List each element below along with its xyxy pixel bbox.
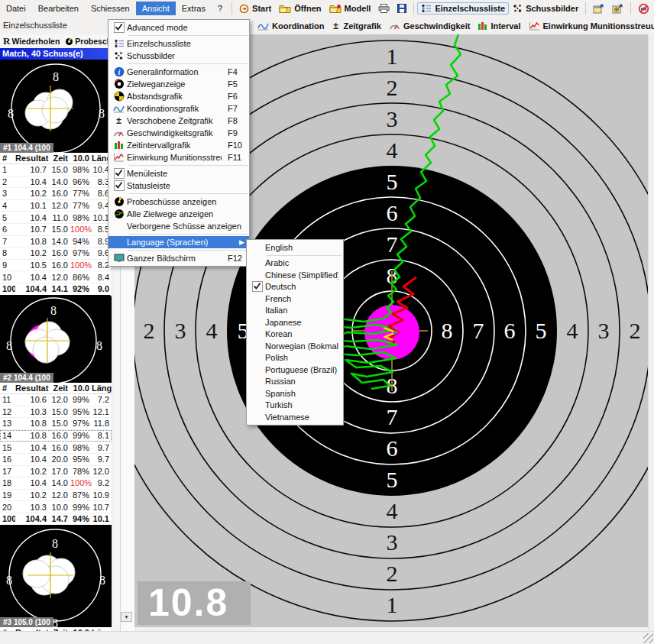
table-row[interactable]: 210.414.096%8.3 <box>0 176 112 189</box>
toolbar-button-disabled-sign[interactable] <box>634 2 653 16</box>
header-dropdown-button[interactable]: ▼ <box>121 612 132 622</box>
menubar-item-schiessen[interactable]: Schiessen <box>85 2 136 15</box>
language-menu-item-english[interactable]: English <box>247 241 343 254</box>
table-cell: 15.0 <box>49 165 70 174</box>
language-menu-item-russian[interactable]: Russian <box>247 376 343 388</box>
menu-item-shortcut: F11 <box>222 153 244 162</box>
toolbar-button-export-target[interactable] <box>608 2 627 15</box>
language-menu-item-chinesesimplified[interactable]: Chinese (Simplified) <box>247 269 343 281</box>
language-menu-item-norwegianbokmal[interactable]: Norwegian (Bokmal) <box>247 340 343 352</box>
table-row[interactable]: 110.715.098%10.4 <box>0 164 112 176</box>
menubar-item-[interactable]: ? <box>212 2 228 15</box>
toolbar-button-einzelschussliste[interactable]: Einzelschussliste <box>417 2 509 15</box>
chart-button-koordination[interactable]: Koordination <box>254 20 328 32</box>
table-row[interactable]: 1710.217.078%12.0 <box>0 466 112 478</box>
ansicht-menu-item-ganzerbildschirm[interactable]: Ganzer BildschirmF12 <box>108 252 249 264</box>
table-row[interactable]: 1510.416.098%9.7 <box>0 442 112 454</box>
ansicht-menu-item-verschobenezeitgrafik[interactable]: ±Verschobene ZeitgrafikF8 <box>108 115 249 127</box>
toolbar-button-start[interactable]: Start <box>235 2 275 15</box>
language-menu-item-deutsch[interactable]: Deutsch <box>247 281 343 293</box>
ansicht-menu-item-menleiste[interactable]: Menüleiste <box>108 167 249 180</box>
column-header: # <box>0 154 15 163</box>
toolbar-button-modell[interactable]: Modell <box>325 2 375 15</box>
ansicht-menu-item-statusleiste[interactable]: Statusleiste <box>108 180 249 192</box>
ansicht-menu-item-schussbilder[interactable]: Schussbilder <box>108 50 249 62</box>
table-header-row: #ResultatZeit10.0Länge <box>0 153 112 164</box>
language-menu-item-japanese[interactable]: Japanese <box>247 316 343 328</box>
ansicht-menu-item-zeitintervallgrafik[interactable]: ZeitintervallgrafikF10 <box>108 139 249 151</box>
menu-item-gutter <box>111 141 127 150</box>
shot-group-thumbnail[interactable]: 888#2 104.4 (100 <box>0 295 112 383</box>
shot-group-thumbnail[interactable]: 888#1 104.4 (100 <box>0 60 112 153</box>
table-row[interactable]: 410.112.077%9.4 <box>0 200 112 212</box>
table-row[interactable]: 1210.315.095%12.1 <box>0 406 112 419</box>
table-row[interactable]: 1310.815.097%11.8 <box>0 418 112 430</box>
language-menu-item-polish[interactable]: Polish <box>247 352 343 364</box>
language-menu-item-korean[interactable]: Korean <box>247 328 343 341</box>
shot-group-thumbnail[interactable]: 8888#3 105.0 (100 <box>0 525 112 627</box>
language-menu-item-italian[interactable]: Italian <box>247 305 343 317</box>
toolbar-button-printer[interactable] <box>374 2 393 15</box>
table-row[interactable]: 610.715.0100%8.5 <box>0 224 112 236</box>
column-header: Resultat <box>15 154 49 163</box>
table-cell: 6 <box>0 225 15 234</box>
table-cell: 14.0 <box>49 177 70 186</box>
ansicht-menu-item-verborgeneschsseanzeigen[interactable]: Verborgene Schüsse anzeigen <box>108 220 249 232</box>
table-row[interactable]: 1610.420.095%9.7 <box>0 454 112 466</box>
table-cell: 10.0 <box>49 503 70 512</box>
language-menu-item-turkish[interactable]: Turkish <box>247 400 343 412</box>
menubar-item-bearbeiten[interactable]: Bearbeiten <box>32 2 85 15</box>
chart-button-label: Koordination <box>272 21 324 31</box>
svg-text:4: 4 <box>387 138 398 163</box>
table-row[interactable]: 1010.412.086%8.4 <box>0 271 112 283</box>
ansicht-menu-item-einwirkungmunitionsstreuung[interactable]: Einwirkung MunitionsstreuungF11 <box>108 151 249 163</box>
toolbar-button-schussbilder[interactable]: Schussbilder <box>509 2 582 15</box>
table-row[interactable]: 1110.612.099%7.2 <box>0 394 112 406</box>
table-row[interactable]: 1410.816.099%8.1 <box>0 430 112 442</box>
table-row[interactable]: 810.216.097%9.6 <box>0 248 112 260</box>
ansicht-menu-item-generalinformation[interactable]: iGeneralinformationF4 <box>108 66 249 78</box>
repeat-button[interactable]: R Wiederholen <box>2 35 61 47</box>
language-menu-item-vietnamese[interactable]: Vietnamese <box>247 411 343 423</box>
ansicht-menu-item-probeschsseanzeigen[interactable]: Probeschüsse anzeigen <box>108 196 249 208</box>
sighters-button[interactable]: Probeschüsse <box>63 37 112 46</box>
table-row[interactable]: 1810.414.0100%9.2 <box>0 477 112 490</box>
ansicht-menu-item-koordinationsgrafik[interactable]: KoordinationsgrafikF7 <box>108 102 249 115</box>
toolbar-button-export-window[interactable] <box>589 2 608 15</box>
ansicht-menu-item-geschwindigkeitsgrafik[interactable]: GeschwindigkeitsgrafikF9 <box>108 127 249 139</box>
ansicht-menu-item-zielweganzeige[interactable]: ZielweganzeigeF5 <box>108 78 249 90</box>
menubar-item-extras[interactable]: Extras <box>176 2 212 15</box>
table-row[interactable]: 2010.310.099%10.7 <box>0 501 112 513</box>
language-menu-item-portuguesebrazil[interactable]: Portuguese (Brazil) <box>247 364 343 376</box>
table-row[interactable]: 510.411.098%10.1 <box>0 212 112 224</box>
chart-button-geschwindigkeit[interactable]: Geschwindigkeit <box>385 20 474 32</box>
resize-grip-icon[interactable] <box>643 633 653 643</box>
menubar-item-ansicht[interactable]: Ansicht <box>136 2 176 15</box>
chart-button-einwirkungmunitionsstreuung[interactable]: Einwirkung Munitionsstreuung <box>525 20 654 32</box>
toolbar-separator <box>630 2 631 15</box>
ansicht-menu-item-abstandsgrafik[interactable]: AbstandsgrafikF6 <box>108 90 249 102</box>
chart-button-zeitgrafik[interactable]: ±Zeitgrafik <box>328 20 385 32</box>
menu-item-label: Language (Sprachen) <box>127 238 239 247</box>
toolbar-button-ffnen[interactable]: Öffnen <box>275 2 325 15</box>
table-row[interactable]: 310.216.077%8.6 <box>0 188 112 200</box>
ansicht-menu-item-languagesprachen[interactable]: Language (Sprachen)▶ <box>108 236 249 248</box>
window-right-scrollbar[interactable] <box>648 34 654 631</box>
table-row[interactable]: 1910.212.087%10.9 <box>0 490 112 502</box>
shot-list-icon <box>114 39 125 48</box>
ansicht-menu-item-einzelschussliste[interactable]: Einzelschussliste <box>108 37 249 50</box>
language-menu-item-french[interactable]: French <box>247 293 343 305</box>
table-row[interactable]: 910.516.0100%8.2 <box>0 260 112 272</box>
table-cell: 12.0 <box>49 273 70 282</box>
zielweg-icon <box>114 79 125 89</box>
chart-button-interval[interactable]: Interval <box>474 20 524 32</box>
language-menu-item-arabic[interactable]: Arabic <box>247 257 343 270</box>
ansicht-menu-item-allezielwegeanzeigen[interactable]: Alle Zielwege anzeigen <box>108 208 249 220</box>
chart-button-label: Geschwindigkeit <box>403 21 470 31</box>
table-row[interactable]: 710.814.094%8.9 <box>0 236 112 248</box>
ansicht-menu-item-advancedmode[interactable]: Advanced mode <box>108 21 249 34</box>
toolbar-button-save[interactable] <box>393 2 410 15</box>
svg-text:5: 5 <box>387 169 398 194</box>
language-menu-item-spanish[interactable]: Spanish <box>247 387 343 400</box>
menubar-item-datei[interactable]: Datei <box>0 2 32 15</box>
